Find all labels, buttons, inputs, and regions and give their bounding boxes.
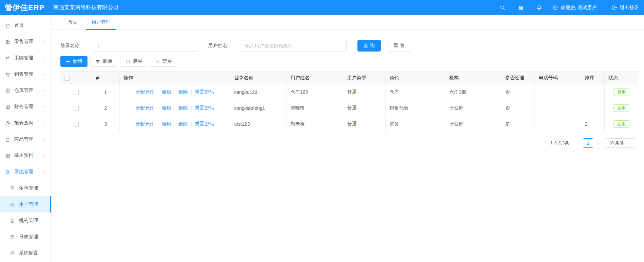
cell-name: 仓库123 (286, 84, 343, 100)
link-divider (191, 106, 192, 110)
user-name-label: 用户姓名: (208, 43, 229, 49)
cell-manager: 是 (501, 116, 534, 132)
reset-password-link[interactable]: 重置密码 (195, 89, 214, 95)
assign-warehouse-link[interactable]: 分配仓库 (136, 105, 155, 111)
bank-icon[interactable] (518, 5, 524, 11)
page-number[interactable]: 1 (583, 138, 593, 148)
table-row: 2 分配仓库 编辑 删除 重置密码 songxiaofeng1 宋晓锋 普通 销… (60, 100, 638, 116)
user-name-input[interactable] (241, 40, 347, 52)
query-button[interactable]: 查询 (357, 40, 381, 52)
edit-link[interactable]: 编辑 (162, 121, 171, 127)
col-action: 操作 (119, 72, 230, 84)
chevron-down-icon (42, 56, 46, 60)
delete-link[interactable]: 删除 (178, 89, 188, 95)
cart-icon (5, 72, 11, 77)
plus-icon (65, 59, 71, 64)
delete-button[interactable]: 删除 (90, 56, 117, 67)
link-divider (175, 90, 175, 95)
sidebar-item-role-management[interactable]: 角色管理 (0, 180, 51, 196)
delete-link[interactable]: 删除 (178, 121, 188, 127)
page-size-select[interactable]: 10 条/页 (605, 138, 635, 148)
erp-page: 管伊佳ERP 南通某某网络科技有限公司 欢迎您, 测试用户 退出登录 首页 (0, 0, 644, 262)
chevron-down-circle-icon (552, 5, 558, 11)
topbar: 管伊佳ERP 南通某某网络科技有限公司 欢迎您, 测试用户 退出登录 (0, 0, 644, 15)
prev-page-icon[interactable] (576, 141, 581, 145)
edit-link[interactable]: 编辑 (162, 105, 171, 111)
chevron-down-icon (42, 121, 46, 125)
document-icon (9, 251, 15, 256)
search-icon[interactable] (500, 5, 506, 11)
link-divider (175, 106, 175, 110)
select-all-checkbox[interactable] (64, 76, 70, 81)
login-name-input[interactable] (93, 40, 198, 52)
reset-button[interactable]: 重置 (388, 40, 411, 52)
row-checkbox[interactable] (74, 106, 79, 111)
sidebar-item-finance[interactable]: 财务管理 (0, 99, 51, 115)
sidebar-item-report[interactable]: 报表查询 (0, 115, 51, 131)
link-divider (158, 122, 158, 126)
grid-icon (5, 153, 11, 159)
user-menu[interactable]: 欢迎您, 测试用户 (552, 5, 597, 11)
sidebar-item-system[interactable]: 系统管理 (0, 164, 51, 180)
sidebar: 首页 零售管理 采购管理 销售管理 仓库管理 (0, 15, 52, 262)
sidebar-item-system-config[interactable]: 系统配置 (0, 245, 51, 261)
assign-warehouse-link[interactable]: 分配仓库 (136, 121, 155, 127)
sidebar-item-home[interactable]: 首页 (0, 17, 51, 34)
trash-icon (95, 59, 100, 64)
page-size-value: 10 条/页 (609, 140, 625, 146)
cell-type: 普通 (343, 84, 385, 100)
table-row: 3 分配仓库 编辑 删除 重置密码 test123 刘老根 普通 财务 (60, 116, 638, 132)
link-divider (158, 90, 158, 95)
assign-warehouse-link[interactable]: 分配仓库 (136, 89, 155, 95)
caret-down-icon (628, 141, 631, 145)
bell-icon[interactable] (536, 5, 542, 11)
delete-link[interactable]: 删除 (178, 105, 188, 111)
tab-home[interactable]: 首页 (62, 15, 83, 29)
sidebar-item-warehouse[interactable]: 仓库管理 (0, 82, 51, 99)
sidebar-item-retail[interactable]: 零售管理 (0, 34, 51, 50)
status-badge: 启用 (613, 104, 629, 112)
col-role: 角色 (385, 72, 445, 84)
edit-link[interactable]: 编辑 (162, 89, 171, 95)
gift-icon (5, 39, 11, 45)
chevron-down-icon (42, 138, 46, 141)
enable-button[interactable]: 启用 (120, 56, 147, 67)
link-divider (158, 106, 158, 110)
cell-name: 刘老根 (286, 116, 343, 132)
content: 登录名称: 用户姓名: 查询 重置 新增 删除 (52, 30, 644, 148)
sidebar-item-user-management[interactable]: 用户管理 (0, 196, 51, 213)
cell-phone (534, 84, 581, 100)
chevron-down-icon (42, 73, 46, 76)
logout-button[interactable]: 退出登录 (611, 5, 639, 11)
next-page-icon[interactable] (596, 141, 600, 145)
reset-password-link[interactable]: 重置密码 (195, 105, 214, 111)
sidebar-item-log-management[interactable]: 日志管理 (0, 229, 51, 245)
col-status: 状态 (604, 72, 638, 84)
sidebar-item-org-management[interactable]: 机构管理 (0, 213, 51, 229)
row-checkbox[interactable] (74, 122, 79, 127)
logout-icon (611, 5, 617, 11)
disable-button[interactable]: 禁用 (150, 56, 177, 67)
sidebar-item-goods[interactable]: 商品管理 (0, 131, 51, 147)
cell-login: cangku123 (230, 84, 286, 100)
sync-icon (5, 55, 11, 61)
cell-type: 普通 (343, 116, 385, 132)
cell-login: test123 (230, 116, 286, 132)
sidebar-item-purchase[interactable]: 采购管理 (0, 50, 51, 66)
chevron-down-icon (42, 154, 46, 158)
chevron-down-icon (42, 40, 46, 44)
toolbar: 新增 删除 启用 禁用 (60, 56, 638, 67)
cell-phone (534, 100, 581, 116)
money-icon (5, 104, 11, 110)
sidebar-item-basic-data[interactable]: 基本资料 (0, 147, 51, 164)
pie-chart-icon (5, 120, 11, 126)
add-button[interactable]: 新增 (60, 56, 87, 67)
tab-user-management[interactable]: 用户管理 (86, 15, 116, 29)
sidebar-item-sales[interactable]: 销售管理 (0, 66, 51, 82)
row-checkbox[interactable] (74, 90, 79, 95)
document-icon (9, 218, 15, 223)
login-name-label: 登录名称: (60, 43, 81, 49)
col-name: 用户姓名 (286, 72, 343, 84)
col-login: 登录名称 (230, 72, 286, 84)
reset-password-link[interactable]: 重置密码 (195, 121, 214, 127)
